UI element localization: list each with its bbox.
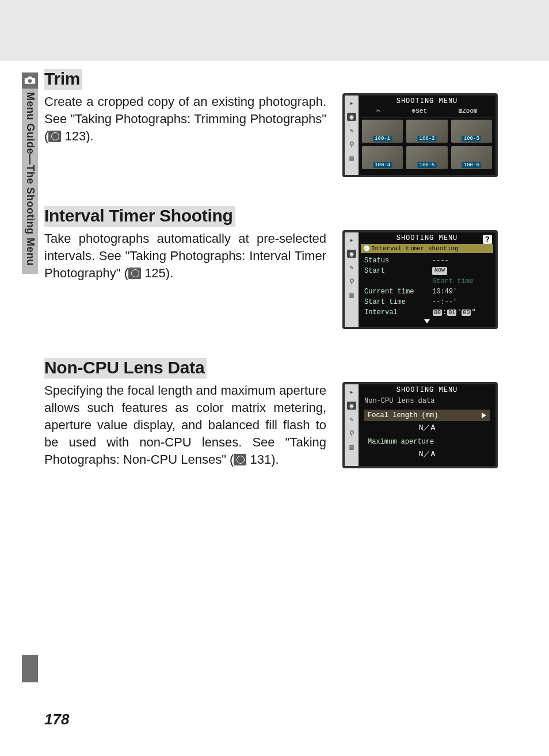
- value-start-alt: Start time: [432, 277, 474, 285]
- set-label: ⊕Set: [412, 107, 427, 114]
- lcd-tab-strip: ▸ ◉ ✎ ⚲ ▤: [345, 232, 359, 327]
- lcd-subtitle: 🕘Interval timer shooting: [361, 244, 493, 253]
- section-trim: Trim Create a cropped copy of an existin…: [44, 69, 528, 177]
- lcd-title: SHOOTING MENU: [361, 232, 493, 244]
- body-noncpu: Specifying the focal length and maximum …: [44, 382, 326, 468]
- thumb: [362, 120, 403, 143]
- thumb: [451, 146, 492, 169]
- value-start: Now: [432, 267, 447, 275]
- tab-pencil-icon: ✎: [347, 264, 356, 272]
- noncpu-page-ref: 131).: [246, 452, 279, 467]
- svg-point-2: [28, 79, 32, 83]
- value-max-aperture: N／A: [361, 449, 493, 459]
- body-interval: Take photographs automatically at pre-se…: [44, 230, 326, 282]
- footer-tab: [22, 655, 38, 682]
- body-trim: Create a cropped copy of an existing pho…: [44, 93, 326, 145]
- thumb: [451, 120, 492, 143]
- page-ref-icon: [234, 454, 246, 465]
- tab-pencil-icon: ✎: [347, 127, 356, 135]
- label-status: Status: [364, 257, 428, 265]
- tab-shooting-icon: ◉: [347, 402, 356, 410]
- value-status: ----: [432, 257, 449, 265]
- thumb: [362, 146, 403, 169]
- page-content: Trim Create a cropped copy of an existin…: [44, 69, 528, 497]
- value-current-time: 10:49': [432, 288, 457, 296]
- tab-shooting-icon: ◉: [347, 250, 356, 258]
- help-icon: ?: [483, 235, 492, 244]
- heading-trim: Trim: [44, 69, 82, 90]
- label-current-time: Current time: [364, 288, 428, 296]
- lcd-tab-strip: ▸ ◉ ✎ ⚲ ▤: [345, 96, 359, 175]
- chevron-down-icon: [424, 319, 430, 323]
- tab-wrench-icon: ⚲: [347, 429, 356, 437]
- label-start: Start: [364, 267, 428, 275]
- tab-wrench-icon: ⚲: [347, 277, 356, 285]
- camera-icon: [22, 72, 38, 89]
- tab-wrench-icon: ⚲: [347, 140, 356, 148]
- triangle-right-icon: [482, 413, 486, 418]
- svg-rect-1: [28, 77, 32, 78]
- lcd-subtitle: Non-CPU lens data: [361, 396, 493, 406]
- tab-shooting-icon: ◉: [347, 113, 356, 121]
- interval-body-pre: Take photographs automatically at pre-se…: [44, 231, 326, 280]
- page-number: 178: [44, 711, 69, 728]
- heading-noncpu: Non-CPU Lens Data: [44, 358, 207, 379]
- lcd-noncpu: ▸ ◉ ✎ ⚲ ▤ SHOOTING MENU Non-CPU lens dat…: [342, 382, 498, 468]
- lcd-trim: ▸ ◉ ✎ ⚲ ▤ SHOOTING MENU ✂ ⊕Set ⊠Zoom: [342, 93, 498, 177]
- thumb: [406, 146, 447, 169]
- interval-page-ref: 125).: [141, 266, 173, 280]
- zoom-label: ⊠Zoom: [459, 107, 478, 114]
- side-tab-label: Menu Guide—The Shooting Menu: [24, 92, 36, 266]
- tab-recent-icon: ▤: [347, 291, 356, 299]
- lcd-title: SHOOTING MENU: [361, 96, 493, 107]
- trim-page-ref: 123).: [61, 129, 93, 143]
- label-interval: Interval: [364, 308, 428, 316]
- page-ref-icon: [48, 131, 61, 142]
- clock-icon: 🕘: [363, 246, 370, 252]
- menu-focal-length: Focal length (mm): [364, 410, 490, 421]
- heading-interval: Interval Timer Shooting: [44, 206, 235, 227]
- top-gray-banner: [0, 0, 549, 61]
- lcd-tab-strip: ▸ ◉ ✎ ⚲ ▤: [345, 384, 359, 466]
- tab-recent-icon: ▤: [347, 443, 356, 451]
- section-interval: Interval Timer Shooting Take photographs…: [44, 206, 528, 329]
- cut-icon: ✂: [376, 107, 380, 114]
- side-tab: Menu Guide—The Shooting Menu: [22, 72, 38, 274]
- value-focal-length: N／A: [361, 422, 493, 433]
- lcd-interval: ▸ ◉ ✎ ⚲ ▤ ? SHOOTING MENU 🕘Interval time…: [342, 230, 498, 329]
- tab-recent-icon: ▤: [347, 154, 356, 162]
- menu-max-aperture: Maximum aperture: [364, 436, 490, 448]
- lcd-subbar: ✂ ⊕Set ⊠Zoom: [361, 107, 493, 117]
- thumbnail-grid: [361, 117, 493, 171]
- tab-playback-icon: ▸: [347, 99, 356, 107]
- label-start-time: Start time: [364, 298, 428, 306]
- section-noncpu: Non-CPU Lens Data Specifying the focal l…: [44, 358, 528, 468]
- lcd-title: SHOOTING MENU: [361, 384, 493, 396]
- value-start-time: --:--': [432, 298, 457, 306]
- value-interval: 00:01'00": [432, 308, 476, 316]
- tab-playback-icon: ▸: [347, 388, 356, 396]
- thumb: [406, 120, 447, 143]
- noncpu-body-pre: Specifying the focal length and maximum …: [44, 383, 326, 467]
- page-ref-icon: [128, 268, 141, 279]
- tab-pencil-icon: ✎: [347, 415, 356, 423]
- tab-playback-icon: ▸: [347, 236, 356, 244]
